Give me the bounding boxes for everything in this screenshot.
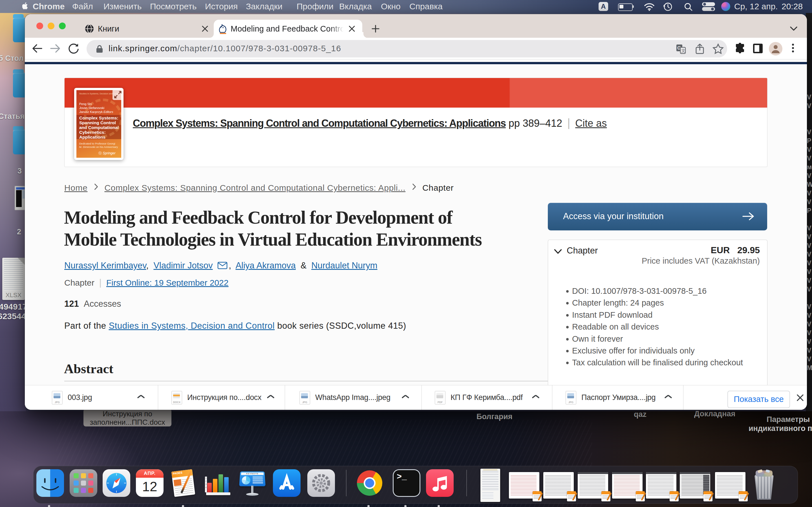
svg-text:文: 文 bbox=[681, 48, 686, 53]
